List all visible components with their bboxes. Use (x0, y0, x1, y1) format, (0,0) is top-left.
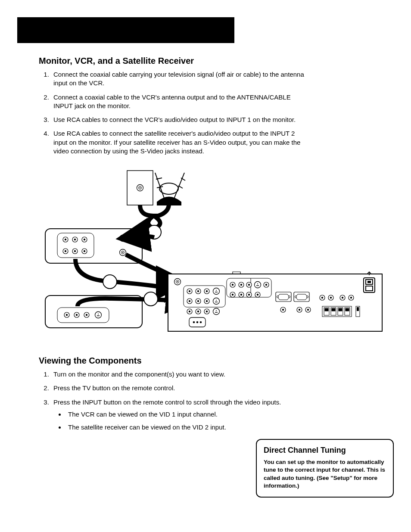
step-item: Connect a coaxial cable to the VCR's ant… (51, 93, 305, 111)
svg-point-21 (103, 275, 117, 289)
svg-point-32 (199, 321, 202, 324)
step-item: Turn on the monitor and the component(s)… (51, 370, 305, 379)
section-2-steps: Turn on the monitor and the component(s)… (39, 370, 305, 432)
wiring-diagram (43, 168, 383, 339)
svg-rect-20 (57, 233, 94, 258)
svg-rect-47 (346, 308, 349, 311)
document-page: Monitor, VCR, and a Satellite Receiver C… (0, 0, 411, 532)
svg-rect-41 (325, 308, 328, 311)
section-2-title: Viewing the Components (39, 356, 387, 366)
svg-rect-52 (367, 281, 371, 283)
step-item: Press the INPUT button on the remote con… (51, 398, 305, 432)
step-item: Press the TV button on the remote contro… (51, 384, 305, 392)
svg-point-17 (159, 183, 178, 194)
section-1-title: Monitor, VCR, and a Satellite Receiver (39, 56, 387, 66)
sub-item: The satellite receiver can be viewed on … (65, 423, 305, 432)
header-band (17, 17, 234, 43)
svg-rect-53 (366, 286, 373, 291)
step-text: Press the INPUT button on the remote con… (53, 398, 281, 406)
svg-point-30 (193, 321, 195, 324)
svg-point-31 (196, 321, 198, 324)
step-item: Connect the coaxial cable carrying your … (51, 70, 305, 88)
svg-rect-43 (332, 308, 335, 311)
callout-title: Direct Channel Tuning (264, 446, 386, 455)
svg-rect-45 (339, 308, 342, 311)
step-item: Use RCA cables to connect the satellite … (51, 129, 305, 156)
callout-box: Direct Channel Tuning You can set up the… (256, 439, 394, 498)
sub-item: The VCR can be viewed on the VID 1 input… (65, 410, 305, 419)
content-column: Monitor, VCR, and a Satellite Receiver C… (17, 56, 394, 432)
svg-point-24 (144, 292, 158, 306)
sub-bullets: The VCR can be viewed on the VID 1 input… (53, 410, 305, 432)
callout-body: You can set up the monitor to automatica… (264, 458, 386, 490)
step-item: Use RCA cables to connect the VCR's audi… (51, 115, 305, 124)
section-1-steps: Connect the coaxial cable carrying your … (39, 70, 305, 156)
svg-rect-49 (357, 307, 359, 311)
